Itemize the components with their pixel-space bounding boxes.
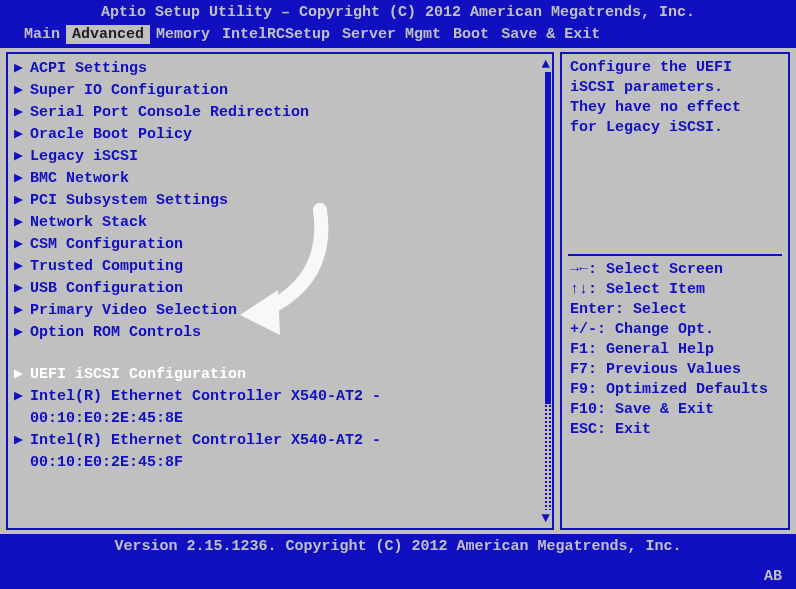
advanced-menu-list: ▶ACPI Settings▶Super IO Configuration▶Se… bbox=[8, 54, 552, 478]
help-line: Configure the UEFI bbox=[570, 58, 780, 78]
top-menubar: Main Advanced Memory IntelRCSetup Server… bbox=[0, 23, 796, 48]
corner-badge: AB bbox=[764, 568, 782, 585]
menu-item[interactable]: ▶CSM Configuration bbox=[8, 234, 552, 256]
help-line: They have no effect bbox=[570, 98, 780, 118]
menu-item-label: PCI Subsystem Settings bbox=[30, 191, 228, 211]
menu-item-label: Primary Video Selection bbox=[30, 301, 237, 321]
help-line: iSCSI parameters. bbox=[570, 78, 780, 98]
menu-item[interactable]: ▶Oracle Boot Policy bbox=[8, 124, 552, 146]
menu-item[interactable]: ▶Super IO Configuration bbox=[8, 80, 552, 102]
menu-item[interactable]: ▶ACPI Settings bbox=[8, 58, 552, 80]
tab-intelrcsetup[interactable]: IntelRCSetup bbox=[216, 25, 336, 44]
menu-item[interactable]: ▶Serial Port Console Redirection bbox=[8, 102, 552, 124]
menu-item-label: Super IO Configuration bbox=[30, 81, 228, 101]
keyhelp-row: ↑↓: Select Item bbox=[570, 280, 780, 300]
submenu-arrow-icon: ▶ bbox=[14, 213, 30, 233]
menu-item-label: Intel(R) Ethernet Controller X540-AT2 - bbox=[30, 431, 381, 451]
menu-item[interactable]: ▶Option ROM Controls bbox=[8, 322, 552, 344]
utility-title: Aptio Setup Utility – Copyright (C) 2012… bbox=[0, 0, 796, 23]
menu-item-subtext: 00:10:E0:2E:45:8E bbox=[8, 408, 552, 430]
scrollbar-thumb[interactable] bbox=[544, 404, 552, 510]
menu-item[interactable]: ▶Primary Video Selection bbox=[8, 300, 552, 322]
menu-item[interactable]: ▶Trusted Computing bbox=[8, 256, 552, 278]
submenu-arrow-icon: ▶ bbox=[14, 365, 30, 385]
menu-item-label: USB Configuration bbox=[30, 279, 183, 299]
tab-save-exit[interactable]: Save & Exit bbox=[495, 25, 606, 44]
help-text: Configure the UEFIiSCSI parameters.They … bbox=[562, 54, 788, 142]
menu-item-label: Network Stack bbox=[30, 213, 147, 233]
submenu-arrow-icon: ▶ bbox=[14, 147, 30, 167]
submenu-arrow-icon: ▶ bbox=[14, 103, 30, 123]
scroll-up-icon[interactable]: ▲ bbox=[542, 56, 550, 72]
menu-item[interactable]: ▶BMC Network bbox=[8, 168, 552, 190]
menu-item-label: ACPI Settings bbox=[30, 59, 147, 79]
keyhelp-row: F1: General Help bbox=[570, 340, 780, 360]
tab-main[interactable]: Main bbox=[18, 25, 66, 44]
submenu-arrow-icon: ▶ bbox=[14, 279, 30, 299]
scroll-down-icon[interactable]: ▼ bbox=[542, 510, 550, 526]
help-line: for Legacy iSCSI. bbox=[570, 118, 780, 138]
keyhelp-row: +/-: Change Opt. bbox=[570, 320, 780, 340]
submenu-arrow-icon: ▶ bbox=[14, 59, 30, 79]
menu-item-subtext: 00:10:E0:2E:45:8F bbox=[8, 452, 552, 474]
menu-item-label: Oracle Boot Policy bbox=[30, 125, 192, 145]
version-footer: Version 2.15.1236. Copyright (C) 2012 Am… bbox=[0, 534, 796, 559]
submenu-arrow-icon: ▶ bbox=[14, 257, 30, 277]
tab-boot[interactable]: Boot bbox=[447, 25, 495, 44]
submenu-arrow-icon: ▶ bbox=[14, 387, 30, 407]
tab-server-mgmt[interactable]: Server Mgmt bbox=[336, 25, 447, 44]
keyhelp-row: F10: Save & Exit bbox=[570, 400, 780, 420]
menu-item-label: Trusted Computing bbox=[30, 257, 183, 277]
submenu-arrow-icon: ▶ bbox=[14, 431, 30, 451]
menu-item-label: UEFI iSCSI Configuration bbox=[30, 365, 246, 385]
menu-item[interactable]: ▶Network Stack bbox=[8, 212, 552, 234]
submenu-arrow-icon: ▶ bbox=[14, 169, 30, 189]
menu-item[interactable]: ▶PCI Subsystem Settings bbox=[8, 190, 552, 212]
tab-advanced[interactable]: Advanced bbox=[66, 25, 150, 44]
submenu-arrow-icon: ▶ bbox=[14, 191, 30, 211]
submenu-arrow-icon: ▶ bbox=[14, 125, 30, 145]
menu-item-label: Serial Port Console Redirection bbox=[30, 103, 309, 123]
menu-item[interactable]: ▶Legacy iSCSI bbox=[8, 146, 552, 168]
keyhelp-row: ESC: Exit bbox=[570, 420, 780, 440]
keyhelp-row: Enter: Select bbox=[570, 300, 780, 320]
keyhelp-row: F7: Previous Values bbox=[570, 360, 780, 380]
menu-item[interactable]: ▶Intel(R) Ethernet Controller X540-AT2 - bbox=[8, 386, 552, 408]
menu-item[interactable]: ▶Intel(R) Ethernet Controller X540-AT2 - bbox=[8, 430, 552, 452]
submenu-arrow-icon: ▶ bbox=[14, 323, 30, 343]
key-help: →←: Select Screen↑↓: Select ItemEnter: S… bbox=[562, 260, 788, 444]
panel-divider bbox=[568, 254, 782, 256]
menu-item-label: CSM Configuration bbox=[30, 235, 183, 255]
menu-item[interactable]: ▶USB Configuration bbox=[8, 278, 552, 300]
settings-panel: ▲ ▼ ▶ACPI Settings▶Super IO Configuratio… bbox=[6, 52, 554, 530]
menu-item-label: BMC Network bbox=[30, 169, 129, 189]
menu-item-label: Legacy iSCSI bbox=[30, 147, 138, 167]
keyhelp-row: F9: Optimized Defaults bbox=[570, 380, 780, 400]
submenu-arrow-icon: ▶ bbox=[14, 301, 30, 321]
help-panel: Configure the UEFIiSCSI parameters.They … bbox=[560, 52, 790, 530]
tab-memory[interactable]: Memory bbox=[150, 25, 216, 44]
keyhelp-row: →←: Select Screen bbox=[570, 260, 780, 280]
menu-item[interactable]: ▶UEFI iSCSI Configuration bbox=[8, 364, 552, 386]
menu-item-label: Intel(R) Ethernet Controller X540-AT2 - bbox=[30, 387, 381, 407]
menu-item-label: Option ROM Controls bbox=[30, 323, 201, 343]
submenu-arrow-icon: ▶ bbox=[14, 235, 30, 255]
submenu-arrow-icon: ▶ bbox=[14, 81, 30, 101]
